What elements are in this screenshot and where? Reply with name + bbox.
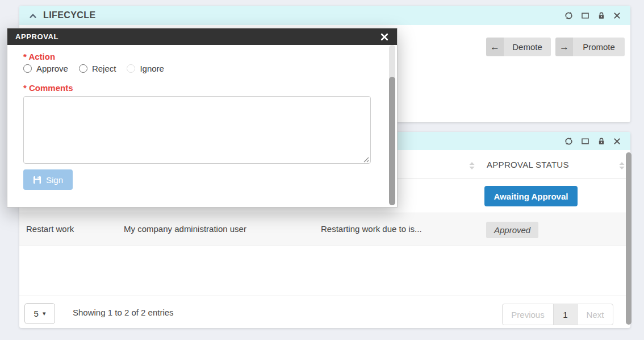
column-header-approval-status[interactable]: APPROVAL STATUS <box>487 160 569 169</box>
lock-icon[interactable] <box>597 11 606 20</box>
cell-action: Restart work <box>26 224 74 234</box>
table-row: Restart work My company administration u… <box>19 213 630 246</box>
radio-ignore: Ignore <box>127 64 164 73</box>
action-required-label: * Action <box>23 52 55 61</box>
showing-entries-text: Showing 1 to 2 of 2 entries <box>73 308 174 317</box>
sort-icon[interactable] <box>619 161 625 172</box>
save-icon <box>33 176 41 184</box>
awaiting-approval-button[interactable]: Awaiting Approval <box>484 186 578 206</box>
panel-scrollbar-thumb[interactable] <box>626 152 632 325</box>
radio-approve-label[interactable]: Approve <box>36 64 68 73</box>
radio-reject[interactable]: Reject <box>79 64 116 73</box>
radio-reject-label[interactable]: Reject <box>92 64 116 73</box>
maximize-icon[interactable] <box>580 11 590 20</box>
cell-user: My company administration user <box>124 224 246 234</box>
lifecycle-header-icons <box>564 11 621 20</box>
caret-down-icon: ▾ <box>43 310 46 317</box>
collapse-chevron-up-icon[interactable] <box>28 12 37 19</box>
lifecycle-panel-header: LIFECYCLE <box>19 6 630 25</box>
radio-approve[interactable]: Approve <box>23 64 68 73</box>
maximize-icon[interactable] <box>580 136 590 146</box>
pagination: Previous 1 Next <box>502 304 613 325</box>
close-icon[interactable] <box>613 11 621 20</box>
page-size-value: 5 <box>34 309 39 318</box>
radio-button-icon <box>127 64 135 73</box>
demote-label: Demote <box>504 38 551 56</box>
arrow-left-icon: ← <box>486 38 504 56</box>
sign-button-label: Sign <box>46 175 63 185</box>
approved-status-badge: Approved <box>486 222 538 238</box>
sign-button[interactable]: Sign <box>23 169 73 190</box>
lifecycle-panel-title: LIFECYCLE <box>43 10 96 20</box>
refresh-icon[interactable] <box>564 136 574 146</box>
page-number-button[interactable]: 1 <box>554 304 578 325</box>
page-size-select[interactable]: 5 ▾ <box>24 303 55 324</box>
sort-icon[interactable] <box>469 161 475 172</box>
radio-button-icon[interactable] <box>23 64 32 73</box>
promote-button[interactable]: → Promote <box>555 38 625 56</box>
approval-modal-title: APPROVAL <box>15 32 58 41</box>
action-radio-group: Approve Reject Ignore <box>23 64 175 73</box>
promote-label: Promote <box>573 38 625 56</box>
approval-modal: APPROVAL * Action Approve Reject Ignore … <box>7 28 398 208</box>
comments-required-label: * Comments <box>23 83 73 93</box>
close-icon[interactable] <box>380 32 389 42</box>
table-footer: 5 ▾ Showing 1 to 2 of 2 entries Previous… <box>19 296 630 328</box>
modal-scrollbar-thumb[interactable] <box>389 77 395 205</box>
demote-button[interactable]: ← Demote <box>486 38 551 56</box>
comments-textarea[interactable] <box>23 96 371 164</box>
refresh-icon[interactable] <box>564 11 574 20</box>
next-page-button[interactable]: Next <box>578 304 613 325</box>
radio-button-icon[interactable] <box>79 64 87 73</box>
modal-scrollbar-track[interactable] <box>389 45 395 205</box>
cell-comment: Restarting work due to is... <box>321 224 422 234</box>
close-icon[interactable] <box>613 137 621 146</box>
arrow-right-icon: → <box>555 38 573 56</box>
approval-header-icons <box>564 136 621 146</box>
radio-ignore-label: Ignore <box>140 64 164 73</box>
previous-page-button[interactable]: Previous <box>503 304 554 325</box>
approval-modal-header: APPROVAL <box>7 28 397 45</box>
page: LIFECYCLE ← Demote → <box>0 0 644 340</box>
lock-icon[interactable] <box>597 136 606 146</box>
